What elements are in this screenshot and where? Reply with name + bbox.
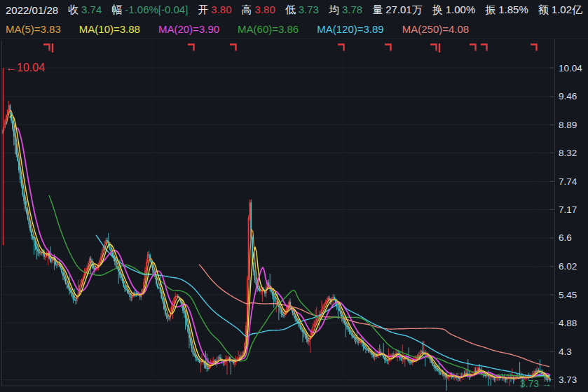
stat-turnover: 换1.00% <box>432 4 476 17</box>
stat-value: -1.06%[-0.04] <box>125 4 188 15</box>
stat-value: 27.01万 <box>385 4 423 15</box>
stat-label: 开 <box>198 4 208 15</box>
price-axis-label: 4.3 <box>559 346 572 357</box>
ma120-legend: MA(120)=3.89 <box>317 23 383 35</box>
price-axis-label: 7.17 <box>559 204 577 215</box>
period-low-annotation: 3.73 → <box>520 378 552 389</box>
stat-value: 1.00% <box>446 4 476 15</box>
stat-value: 1.02亿 <box>552 4 582 15</box>
stat-label: 收 <box>68 4 78 15</box>
stat-amplitude: 振1.85% <box>485 4 528 17</box>
date-label: 2022/01/28 <box>6 4 58 16</box>
stat-value: 3.74 <box>81 4 102 15</box>
price-axis-label: 4.88 <box>559 318 577 328</box>
stat-value: 3.80 <box>255 4 275 15</box>
price-axis-label: 10.04 <box>559 63 582 74</box>
event-flags <box>43 43 537 52</box>
ma5-legend: MA(5)=3.83 <box>6 23 61 35</box>
stat-close: 收3.74 <box>68 4 102 17</box>
stat-label: 低 <box>285 4 296 15</box>
header-stats-row: 2022/01/28 收3.74 幅-1.06%[-0.04] 开3.80 高3… <box>0 2 588 18</box>
price-axis-label: 6.02 <box>559 261 577 272</box>
kline-chart[interactable]: ←10.043.73 →10.049.468.898.327.747.176.6… <box>0 0 588 392</box>
stat-open: 开3.80 <box>198 4 231 17</box>
stat-label: 振 <box>485 4 495 15</box>
price-axis-label: 8.32 <box>559 148 577 158</box>
stat-volume: 量27.01万 <box>372 4 423 17</box>
event-flag-icon[interactable] <box>338 45 344 51</box>
event-flag-icon[interactable] <box>531 45 537 51</box>
event-flag-icon[interactable] <box>43 45 50 51</box>
stat-value: 3.80 <box>211 4 231 15</box>
stat-change: 幅-1.06%[-0.04] <box>111 4 188 17</box>
stat-high: 高3.80 <box>242 4 275 17</box>
price-axis-label: 9.46 <box>559 91 577 102</box>
stat-value: 3.78 <box>342 4 362 15</box>
price-axis-label: 7.74 <box>559 176 577 187</box>
event-flag-icon[interactable] <box>481 45 487 51</box>
ma10-line <box>10 115 549 379</box>
event-flag-icon[interactable] <box>188 45 194 51</box>
stat-label: 幅 <box>111 4 122 15</box>
stat-label: 量 <box>372 4 383 15</box>
stat-avg: 均3.78 <box>329 4 362 17</box>
ma20-line <box>18 127 550 378</box>
chart-area[interactable]: ←10.043.73 →10.049.468.898.327.747.176.6… <box>0 0 588 392</box>
price-axis: 10.049.468.898.327.747.176.66.025.454.88… <box>559 63 582 386</box>
stat-label: 高 <box>242 4 252 15</box>
ma20-legend: MA(20)=3.90 <box>158 23 219 35</box>
grid-lines <box>2 41 554 386</box>
stat-low: 低3.73 <box>285 4 319 17</box>
ma10-legend: MA(10)=3.88 <box>79 23 140 35</box>
price-axis-label: 3.73 <box>559 374 577 385</box>
stat-value: 3.73 <box>299 4 319 15</box>
chart-borders <box>0 39 588 390</box>
stat-label: 换 <box>432 4 443 15</box>
event-flag-icon[interactable] <box>430 45 437 51</box>
price-axis-label: 5.45 <box>559 290 577 300</box>
price-axis-label: 6.6 <box>559 232 572 243</box>
ma250-legend: MA(250)=4.08 <box>402 23 469 35</box>
event-flag-icon[interactable] <box>230 45 236 51</box>
stat-label: 均 <box>329 4 339 15</box>
stat-value: 1.85% <box>498 4 528 15</box>
ma60-legend: MA(60)=3.86 <box>238 23 299 35</box>
price-axis-label: 8.89 <box>559 120 577 130</box>
period-high-annotation: ←10.04 <box>6 62 45 74</box>
event-flag-icon[interactable] <box>385 45 391 51</box>
stat-label: 额 <box>538 4 549 15</box>
ma5-line <box>6 110 550 379</box>
ma-legend-row: MA(5)=3.83 MA(10)=3.88 MA(20)=3.90 MA(60… <box>0 21 588 36</box>
stat-amount: 额1.02亿 <box>538 4 582 17</box>
event-flag-icon[interactable] <box>470 45 476 51</box>
